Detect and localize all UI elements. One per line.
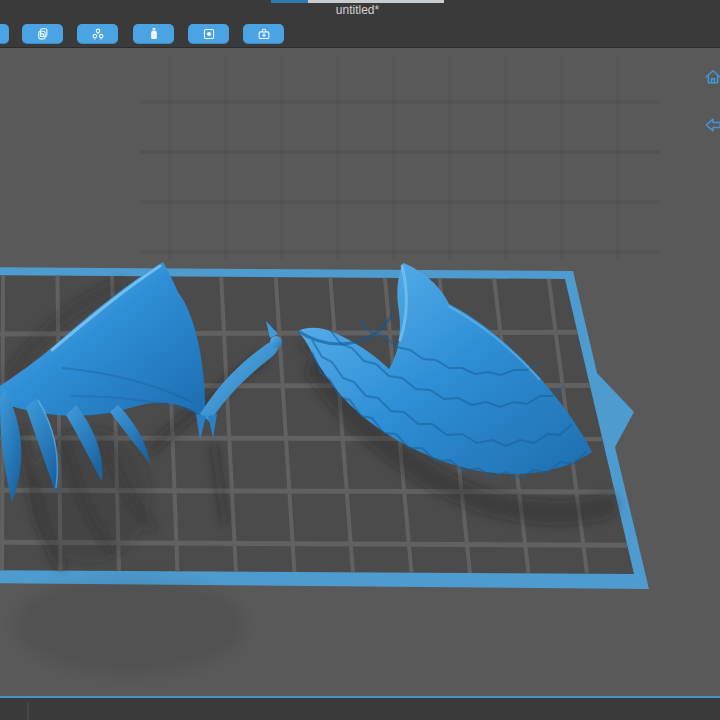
- toolbox-icon: [257, 27, 271, 41]
- flip-arrow-icon: [704, 116, 720, 134]
- toolbar-button-kit[interactable]: [243, 24, 284, 44]
- toolbar-button-copy[interactable]: [22, 24, 63, 44]
- home-view-button[interactable]: [704, 68, 720, 86]
- bottom-bar: [0, 696, 720, 720]
- viewport-3d[interactable]: [0, 0, 720, 720]
- frame-dot-icon: [202, 27, 216, 41]
- home-icon: [704, 68, 720, 86]
- main-toolbar: [0, 24, 720, 44]
- toolbar-button-clipped[interactable]: [0, 24, 9, 44]
- resin-bottle-icon: [147, 27, 161, 41]
- toolbar-button-plate[interactable]: [188, 24, 229, 44]
- background-faint-grid: [140, 55, 660, 260]
- document-tab[interactable]: untitled*: [271, 0, 444, 17]
- floor-shadow: [15, 577, 245, 673]
- flip-view-button[interactable]: [704, 116, 720, 134]
- copy-icon: [36, 27, 50, 41]
- top-bar: untitled*: [0, 0, 720, 48]
- toolbar-button-parts[interactable]: [77, 24, 118, 44]
- triple-circle-icon: [91, 27, 105, 41]
- toolbar-button-resin[interactable]: [133, 24, 174, 44]
- application-window: untitled*: [0, 0, 720, 720]
- bottombar-tick: [27, 702, 29, 720]
- tab-title: untitled*: [271, 3, 444, 17]
